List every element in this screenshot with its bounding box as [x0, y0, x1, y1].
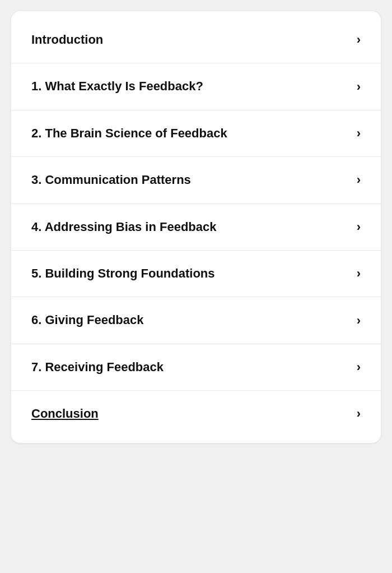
menu-item-label-conclusion: Conclusion	[31, 406, 99, 421]
menu-item-label-chapter-3: 3. Communication Patterns	[31, 173, 191, 187]
table-of-contents: Introduction›1. What Exactly Is Feedback…	[11, 11, 381, 443]
menu-item-chapter-1[interactable]: 1. What Exactly Is Feedback?›	[11, 63, 381, 110]
menu-item-label-chapter-5: 5. Building Strong Foundations	[31, 266, 215, 281]
chevron-icon-chapter-2: ›	[357, 126, 361, 141]
chevron-icon-chapter-7: ›	[357, 360, 361, 375]
menu-item-introduction[interactable]: Introduction›	[11, 17, 381, 63]
menu-item-chapter-7[interactable]: 7. Receiving Feedback›	[11, 344, 381, 391]
menu-item-label-chapter-7: 7. Receiving Feedback	[31, 360, 164, 375]
menu-item-chapter-6[interactable]: 6. Giving Feedback›	[11, 297, 381, 344]
chevron-icon-chapter-4: ›	[357, 220, 361, 234]
menu-item-chapter-5[interactable]: 5. Building Strong Foundations›	[11, 251, 381, 297]
menu-item-chapter-4[interactable]: 4. Addressing Bias in Feedback›	[11, 204, 381, 251]
menu-item-label-chapter-4: 4. Addressing Bias in Feedback	[31, 220, 217, 234]
menu-item-label-chapter-1: 1. What Exactly Is Feedback?	[31, 79, 203, 94]
menu-item-conclusion[interactable]: Conclusion›	[11, 391, 381, 437]
menu-item-chapter-2[interactable]: 2. The Brain Science of Feedback›	[11, 110, 381, 157]
chevron-icon-chapter-3: ›	[357, 173, 361, 187]
chevron-icon-introduction: ›	[357, 33, 361, 47]
menu-item-label-chapter-2: 2. The Brain Science of Feedback	[31, 126, 227, 141]
chevron-icon-chapter-1: ›	[357, 80, 361, 94]
chevron-icon-chapter-5: ›	[357, 266, 361, 281]
chevron-icon-conclusion: ›	[357, 406, 361, 421]
menu-item-label-chapter-6: 6. Giving Feedback	[31, 313, 144, 327]
chevron-icon-chapter-6: ›	[357, 313, 361, 328]
menu-item-label-introduction: Introduction	[31, 33, 103, 47]
menu-item-chapter-3[interactable]: 3. Communication Patterns›	[11, 157, 381, 204]
